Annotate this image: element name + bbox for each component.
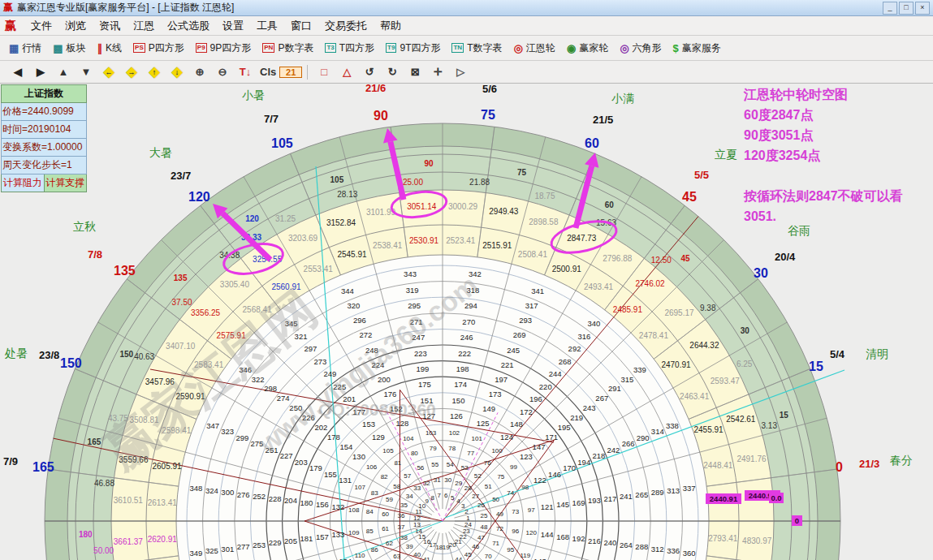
svg-text:29: 29 — [455, 480, 462, 487]
menu-item-2[interactable]: 资讯 — [93, 17, 127, 35]
pointer-button[interactable]: ▷ — [449, 65, 472, 79]
toolbar-button-label: K线 — [106, 41, 122, 55]
svg-text:147: 147 — [533, 442, 546, 451]
svg-text:50: 50 — [492, 496, 499, 503]
svg-text:146: 146 — [548, 470, 561, 479]
svg-text:105: 105 — [382, 447, 394, 454]
triangle-tool-button[interactable]: △ — [335, 65, 358, 79]
calc-resistance-button[interactable]: 计算阻力 — [1, 174, 44, 192]
svg-text:144: 144 — [541, 530, 554, 539]
fit-button[interactable]: ⊠ — [404, 65, 426, 79]
svg-text:21/6: 21/6 — [365, 82, 386, 94]
main-toolbar: ▦行情▩板块∥K线PSP四方形P99P四方形PNP数字表T3T四方形T99T四方… — [0, 36, 933, 61]
window-button-1[interactable]: □ — [899, 2, 914, 15]
svg-text:立夏: 立夏 — [715, 148, 737, 161]
back-button[interactable]: ◀ — [6, 65, 29, 79]
svg-text:277: 277 — [237, 542, 250, 551]
calc-support-button[interactable]: 计算支撑 — [44, 174, 88, 192]
toolbar-button-1[interactable]: ▩板块 — [47, 40, 91, 57]
toolbar-button-7[interactable]: T99T四方形 — [380, 40, 446, 57]
cls-button[interactable]: Cls — [257, 65, 279, 79]
toolbar-button-12[interactable]: $赢家服务 — [667, 40, 727, 57]
toolbar-button-6[interactable]: T3T四方形 — [319, 40, 380, 57]
menu-item-5[interactable]: 设置 — [216, 17, 250, 35]
toolbar-button-11[interactable]: ◎六角形 — [614, 40, 667, 57]
shift-left-button[interactable]: ◆← — [97, 62, 120, 81]
svg-text:40.63: 40.63 — [134, 352, 154, 361]
rotate-cw-button[interactable]: ↻ — [381, 65, 404, 79]
zoom-out-button[interactable]: ⊖ — [211, 65, 234, 79]
toolbar-button-10[interactable]: ◉赢家轮 — [561, 40, 614, 57]
svg-text:2463.41: 2463.41 — [680, 392, 710, 401]
svg-text:195: 195 — [558, 423, 571, 432]
svg-text:84: 84 — [366, 508, 374, 515]
shift-right-button[interactable]: ◆→ — [120, 62, 143, 81]
svg-text:30: 30 — [754, 266, 768, 280]
menu-item-4[interactable]: 公式选股 — [161, 17, 216, 35]
menu-item-6[interactable]: 工具 — [250, 17, 284, 35]
menu-item-0[interactable]: 文件 — [24, 17, 58, 35]
svg-text:27: 27 — [472, 493, 479, 500]
toolbar-button-4[interactable]: P99P四方形 — [190, 40, 257, 57]
menu-item-1[interactable]: 浏览 — [58, 17, 93, 35]
svg-text:83: 83 — [371, 489, 378, 497]
calendar-button[interactable]: 21 — [279, 67, 302, 78]
svg-text:344: 344 — [341, 286, 354, 295]
menu-item-8[interactable]: 交易委托 — [318, 17, 374, 35]
arrow-glyph: → — [128, 68, 136, 76]
square-tool-button[interactable]: □ — [313, 65, 335, 79]
toolbar-button-9[interactable]: ◎江恩轮 — [508, 40, 560, 57]
svg-text:120: 120 — [188, 190, 210, 204]
toolbar-button-3[interactable]: PSP四方形 — [127, 40, 190, 57]
toolbar-button-0[interactable]: ▦行情 — [3, 40, 47, 57]
svg-text:108: 108 — [348, 506, 360, 514]
svg-text:270: 270 — [462, 317, 475, 326]
svg-text:135: 135 — [114, 264, 136, 278]
rotate-right-step-button[interactable]: ▼ — [75, 65, 97, 79]
svg-text:181: 181 — [300, 534, 313, 543]
menu-item-7[interactable]: 窗口 — [284, 17, 318, 35]
menu-item-9[interactable]: 帮助 — [374, 17, 408, 35]
svg-text:124: 124 — [500, 433, 513, 442]
svg-text:349: 349 — [189, 549, 202, 558]
svg-text:348: 348 — [189, 484, 202, 493]
svg-text:169: 169 — [572, 498, 585, 507]
svg-text:39: 39 — [406, 543, 413, 550]
center-button[interactable]: ✛ — [426, 65, 449, 79]
svg-text:2: 2 — [464, 508, 469, 515]
svg-text:199: 199 — [416, 364, 429, 373]
zoom-in-button[interactable]: ⊕ — [188, 65, 211, 79]
forward-button[interactable]: ▶ — [29, 65, 52, 79]
svg-text:2530.91: 2530.91 — [409, 236, 439, 245]
svg-text:7/8: 7/8 — [88, 248, 102, 261]
svg-text:107: 107 — [355, 484, 366, 491]
price-time-button[interactable]: T↓ — [234, 65, 257, 79]
rotate-left-step-button[interactable]: ▲ — [52, 65, 75, 79]
svg-text:204: 204 — [284, 496, 297, 505]
svg-text:9.38: 9.38 — [700, 304, 716, 312]
toolbar-button-8[interactable]: TNT数字表 — [446, 40, 508, 57]
window-button-2[interactable]: × — [915, 2, 930, 15]
svg-text:2515.91: 2515.91 — [482, 241, 512, 250]
svg-text:228: 228 — [269, 494, 282, 503]
toolbar-button-2[interactable]: ∥K线 — [92, 40, 128, 57]
window-button-0[interactable]: _ — [883, 2, 897, 15]
svg-text:3407.10: 3407.10 — [166, 342, 196, 351]
shift-up-button[interactable]: ◆↑ — [143, 62, 166, 81]
arrow-glyph: ↑ — [153, 68, 157, 76]
toolbar-button-5[interactable]: PNP数字表 — [257, 40, 319, 57]
svg-text:298: 298 — [264, 384, 277, 393]
svg-text:41: 41 — [423, 556, 430, 560]
svg-text:106: 106 — [366, 463, 378, 471]
svg-text:170: 170 — [563, 463, 576, 472]
rotate-ccw-button[interactable]: ↺ — [358, 65, 381, 79]
analysis-note-line: 90度3051点 — [744, 125, 932, 145]
analysis-note-line: 60度2847点 — [744, 105, 932, 125]
analysis-note-line: 3051. — [744, 206, 932, 226]
svg-text:48: 48 — [481, 523, 488, 531]
menu-item-3[interactable]: 江恩 — [127, 17, 161, 35]
svg-text:春分: 春分 — [890, 454, 913, 467]
svg-text:51: 51 — [485, 483, 492, 490]
p9-icon: P9 — [196, 43, 207, 53]
shift-down-button[interactable]: ◆↓ — [166, 62, 188, 81]
